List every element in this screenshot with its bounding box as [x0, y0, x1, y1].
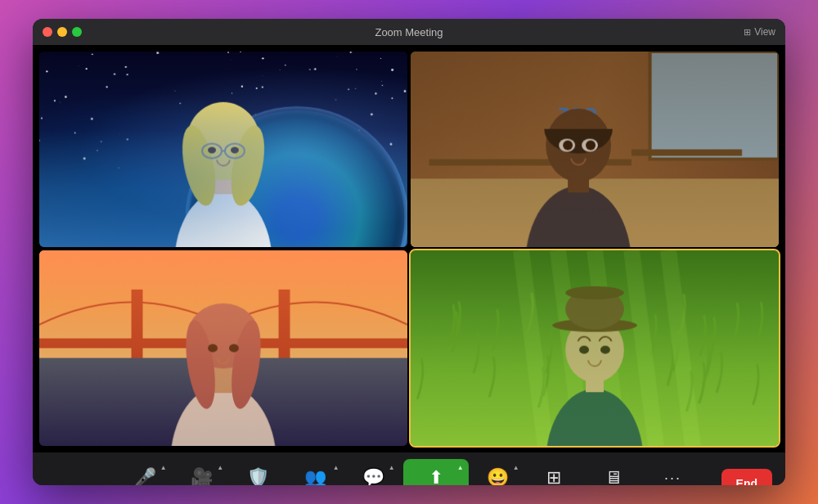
zoom-window: Zoom Meeting ⊞ View 🛡 ▲ 🎤: [33, 19, 785, 485]
mute-icon: 🎤: [134, 469, 156, 485]
participants-button[interactable]: ▲ 👥 Participants: [287, 459, 344, 485]
participants-arrow: ▲: [333, 464, 339, 471]
more-icon: ···: [664, 470, 681, 485]
traffic-lights: [43, 27, 82, 37]
view-label: View: [754, 26, 775, 38]
window-title: Zoom Meeting: [375, 26, 443, 38]
close-button[interactable]: [43, 27, 52, 37]
mute-button[interactable]: ▲ 🎤 Mute: [119, 459, 172, 485]
stop-video-button[interactable]: ▲ 🎥 Stop Video: [175, 459, 229, 485]
end-button[interactable]: End: [721, 469, 772, 485]
security-icon: 🛡️: [247, 469, 269, 485]
mute-arrow: ▲: [160, 464, 167, 471]
security-button[interactable]: 🛡️ Security: [231, 459, 284, 485]
titlebar: Zoom Meeting ⊞ View: [33, 19, 785, 45]
cell-3-canvas: [39, 250, 407, 446]
whiteboards-button[interactable]: 🖥 Whiteboards: [583, 459, 644, 485]
reactions-arrow: ▲: [513, 464, 519, 471]
cell-1-canvas: [39, 52, 407, 247]
apps-button[interactable]: ⊞ Apps: [528, 459, 580, 485]
video-cell-2: [411, 52, 779, 247]
chat-button[interactable]: ▲ 💬 Chat: [348, 459, 400, 485]
video-cell-4: [411, 250, 779, 446]
maximize-button[interactable]: [72, 27, 82, 37]
whiteboards-icon: 🖥: [605, 469, 622, 485]
share-screen-button[interactable]: ▲ ⬆ Share Screen: [403, 459, 469, 485]
video-grid: [33, 45, 785, 452]
stop-video-icon: 🎥: [191, 469, 213, 485]
more-button[interactable]: ··· More: [646, 459, 699, 485]
reactions-button[interactable]: ▲ 😀 Reactions: [472, 459, 524, 485]
participants-icon: 👥: [304, 469, 326, 485]
stop-video-arrow: ▲: [217, 464, 223, 471]
cell-2-canvas: [411, 52, 779, 247]
video-cell-1: [39, 52, 407, 247]
apps-icon: ⊞: [546, 469, 561, 485]
view-button[interactable]: ⊞ View: [744, 26, 775, 38]
minimize-button[interactable]: [57, 27, 67, 37]
share-screen-arrow: ▲: [457, 464, 464, 471]
cell-4-canvas: [411, 250, 779, 446]
chat-arrow: ▲: [389, 464, 395, 471]
share-screen-icon: ⬆: [429, 469, 443, 485]
reactions-icon: 😀: [487, 469, 509, 485]
toolbar: ▲ 🎤 Mute ▲ 🎥 Stop Video 🛡️ Security ▲ 👥 …: [33, 452, 785, 485]
video-cell-3: [39, 250, 407, 446]
chat-icon: 💬: [362, 469, 384, 485]
